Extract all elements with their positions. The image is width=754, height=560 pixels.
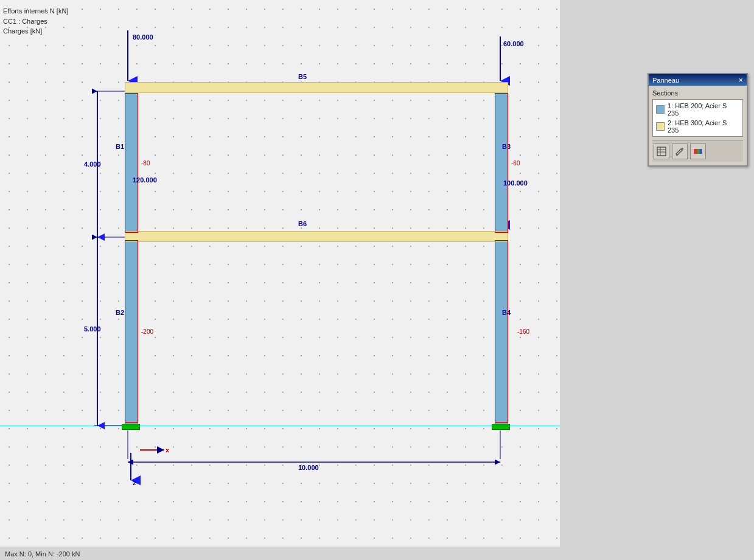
axial-B2 [125, 240, 138, 423]
label-B1: B1 [116, 143, 124, 150]
panel-titlebar: Panneau × [649, 74, 747, 86]
support-left [122, 424, 140, 430]
svg-rect-16 [657, 147, 666, 156]
colors-icon [693, 147, 703, 156]
section-color-2 [656, 122, 665, 131]
axial-B4 [495, 240, 508, 423]
load-100: 100.000 [503, 179, 528, 187]
load-60: 60.000 [503, 40, 524, 47]
panel-btn-colors[interactable] [690, 143, 706, 159]
svg-rect-23 [700, 149, 702, 154]
svg-rect-21 [694, 149, 697, 154]
z-axis-label: z [133, 479, 136, 486]
status-bar: Max N: 0, Min N: -200 kN [0, 547, 560, 560]
beam-B5 [125, 82, 508, 93]
label-B5: B5 [298, 73, 307, 80]
x-axis-label: x [166, 446, 169, 454]
panel-close-button[interactable]: × [738, 76, 743, 84]
section-label-2: 2: HEB 300; Acier S 235 [668, 119, 739, 134]
table-icon [657, 147, 666, 156]
info-text: Efforts internes N [kN] CC1 : Charges Ch… [3, 6, 68, 36]
section-item-1[interactable]: 1: HEB 200; Acier S 235 [654, 101, 741, 118]
force-val-minus160: -160 [517, 328, 529, 335]
panel-title: Panneau [652, 77, 679, 84]
load-80: 80.000 [133, 33, 153, 41]
status-text: Max N: 0, Min N: -200 kN [5, 550, 80, 558]
panel-btn-edit[interactable] [672, 143, 688, 159]
horizontal-axis [0, 426, 560, 426]
support-right [492, 424, 510, 430]
svg-rect-22 [697, 149, 700, 154]
axial-B3 [495, 93, 508, 233]
edit-icon [675, 147, 685, 156]
label-B2: B2 [116, 309, 124, 316]
axial-B1 [125, 93, 138, 233]
label-B6: B6 [298, 220, 307, 227]
panel-btn-table[interactable] [654, 143, 669, 159]
dim-4: 4.000 [84, 161, 101, 168]
panel-toolbar [652, 140, 743, 162]
load-120: 120.000 [133, 176, 157, 184]
sections-list: 1: HEB 200; Acier S 235 2: HEB 300; Acie… [652, 99, 743, 137]
section-item-2[interactable]: 2: HEB 300; Acier S 235 [654, 118, 741, 135]
beam-B6 [125, 231, 508, 242]
section-color-1 [656, 105, 665, 114]
dim-5: 5.000 [84, 325, 101, 333]
force-val-minus200: -200 [141, 328, 153, 335]
canvas-area: Efforts internes N [kN] CC1 : Charges Ch… [0, 0, 560, 560]
section-label-1: 1: HEB 200; Acier S 235 [668, 102, 739, 117]
panel-content: Sections 1: HEB 200; Acier S 235 2: HEB … [649, 86, 747, 165]
force-val-minus80: -80 [141, 160, 150, 167]
panel: Panneau × Sections 1: HEB 200; Acier S 2… [648, 73, 748, 167]
force-val-minus60: -60 [511, 160, 520, 167]
sections-label: Sections [652, 89, 743, 97]
dim-10: 10.000 [298, 464, 319, 471]
